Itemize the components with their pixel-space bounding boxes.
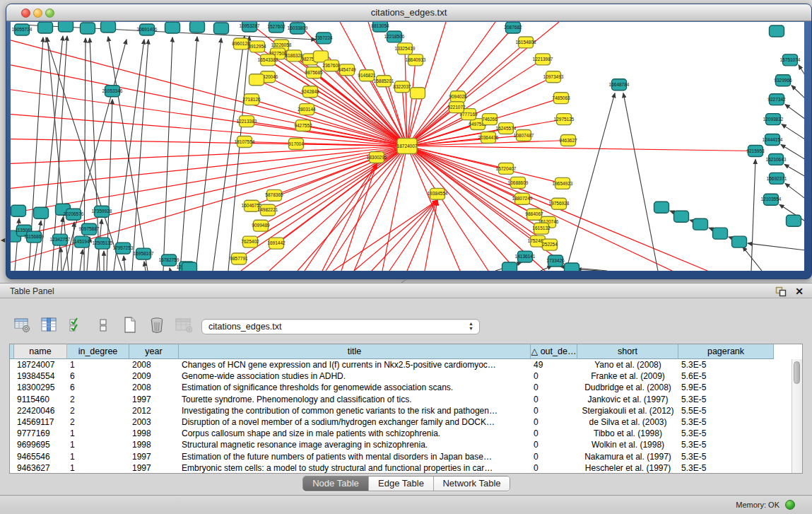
graph-node[interactable]	[674, 211, 689, 222]
table-selector-dropdown[interactable]: citations_edges.txt ▲▼	[201, 319, 480, 334]
cell-pagerank[interactable]: 5.9E-5	[678, 382, 774, 393]
column-header-title[interactable]: title	[179, 344, 531, 359]
cell-title[interactable]: Estimation of the future numbers of pati…	[179, 451, 531, 462]
cell-title[interactable]: Disruption of a novel member of a sodium…	[179, 416, 531, 428]
tab-edge-table[interactable]: Edge Table	[368, 477, 433, 491]
cell-out_degree[interactable]: 0	[531, 370, 577, 382]
cell-out_degree[interactable]: 0	[531, 405, 577, 416]
cell-in_degree[interactable]: 2	[67, 416, 129, 428]
table-row[interactable]: 1872400712008Changes of HCN gene express…	[10, 359, 802, 370]
cell-pagerank[interactable]: 5.3E-5	[678, 359, 774, 370]
cell-pagerank[interactable]: 5.3E-5	[678, 416, 774, 428]
column-header-year[interactable]: year	[129, 344, 179, 359]
table-row[interactable]: 946362711997Embryonic stem cells: a mode…	[10, 462, 802, 474]
column-header-pagerank[interactable]: pagerank	[678, 344, 774, 359]
cell-year[interactable]: 2008	[129, 359, 179, 370]
cell-name[interactable]: 19384554	[14, 370, 67, 382]
cell-title[interactable]: Corpus callosum shape and size in male p…	[179, 428, 531, 439]
cell-pagerank[interactable]: 5.3E-5	[678, 462, 774, 474]
cell-year[interactable]: 1998	[129, 428, 179, 439]
cell-in_degree[interactable]: 1	[67, 462, 129, 474]
cell-title[interactable]: Embryonic stem cells: a model to study s…	[179, 462, 531, 474]
cell-out_degree[interactable]: 0	[531, 394, 577, 405]
close-panel-icon[interactable]: ✕	[795, 285, 804, 298]
cell-out_degree[interactable]: 0	[531, 428, 577, 439]
cell-short[interactable]: Tibbo et al. (1998)	[577, 428, 678, 439]
cell-in_degree[interactable]: 6	[67, 382, 129, 393]
cell-name[interactable]: 9699695	[14, 439, 67, 450]
new-file-icon[interactable]	[122, 317, 139, 334]
cell-title[interactable]: Tourette syndrome. Phenomenology and cla…	[179, 394, 531, 405]
table-row[interactable]: 977716911998Corpus callosum shape and si…	[10, 428, 802, 439]
table-row[interactable]: 1456911722003Disruption of a novel membe…	[10, 416, 802, 428]
cell-short[interactable]: Franke et al. (2009)	[577, 370, 678, 382]
cell-in_degree[interactable]: 2	[67, 394, 129, 405]
row-checks-icon[interactable]	[68, 317, 85, 334]
cell-name[interactable]: 9463627	[14, 462, 67, 474]
cell-short[interactable]: Yano et al. (2008)	[577, 359, 678, 370]
float-panel-icon[interactable]	[775, 286, 787, 297]
graph-node[interactable]	[249, 74, 264, 86]
table-row[interactable]: 1938455462009Genome-wide association stu…	[10, 370, 802, 382]
cell-pagerank[interactable]: 5.3E-5	[678, 394, 774, 405]
cell-short[interactable]: Jankovic et al. (1997)	[577, 394, 678, 405]
cell-pagerank[interactable]: 5.3E-5	[678, 439, 774, 450]
window-titlebar[interactable]: citations_edges.txt	[6, 4, 811, 21]
cell-title[interactable]: Changes of HCN gene expression and I(f) …	[179, 359, 531, 370]
cell-short[interactable]: Dudbridge et al. (2008)	[577, 382, 678, 393]
column-header-out_degree[interactable]: △ out_de…	[531, 344, 577, 359]
graph-node[interactable]	[770, 25, 784, 37]
cell-short[interactable]: Wolkin et al. (1998)	[577, 439, 678, 450]
cell-short[interactable]: Nakamura et al. (1997)	[577, 451, 678, 462]
cell-pagerank[interactable]: 5.3E-5	[678, 451, 774, 462]
cell-year[interactable]: 1997	[129, 462, 179, 474]
tab-node-table[interactable]: Node Table	[303, 477, 368, 491]
cell-title[interactable]: Genome-wide association studies in ADHD.	[179, 370, 531, 382]
graph-node[interactable]	[502, 262, 517, 271]
table-settings-icon[interactable]	[14, 317, 31, 334]
cell-in_degree[interactable]: 2	[67, 405, 129, 416]
graph-node[interactable]	[654, 201, 669, 213]
cell-name[interactable]: 22420046	[14, 405, 67, 416]
cell-year[interactable]: 2008	[129, 382, 179, 393]
cell-in_degree[interactable]: 6	[67, 370, 129, 382]
table-row[interactable]: 911546021997Tourette syndrome. Phenomeno…	[10, 394, 802, 405]
cell-pagerank[interactable]: 5.3E-5	[678, 428, 774, 439]
cell-year[interactable]: 1997	[129, 394, 179, 405]
cell-short[interactable]: Stergiakouli et al. (2012)	[577, 405, 678, 416]
cell-in_degree[interactable]: 1	[67, 451, 129, 462]
cell-year[interactable]: 2012	[129, 405, 179, 416]
graph-node[interactable]	[732, 236, 747, 247]
table-row[interactable]: 2242004622012Investigating the contribut…	[10, 405, 802, 416]
cell-out_degree[interactable]: 0	[531, 439, 577, 450]
graph-node[interactable]	[38, 22, 53, 33]
cell-short[interactable]: de Silva et al. (2003)	[577, 416, 678, 428]
graph-node[interactable]	[81, 23, 95, 34]
cell-out_degree[interactable]: 0	[531, 416, 577, 428]
cell-in_degree[interactable]: 1	[67, 439, 129, 450]
cell-out_degree[interactable]: 0	[531, 382, 577, 393]
cell-year[interactable]: 1997	[129, 451, 179, 462]
graph-node[interactable]	[101, 22, 116, 33]
cell-year[interactable]: 2003	[129, 416, 179, 428]
graph-node[interactable]	[565, 263, 579, 271]
delete-table-icon[interactable]	[175, 317, 192, 334]
cell-pagerank[interactable]: 5.6E-5	[678, 370, 774, 382]
cell-out_degree[interactable]: 49	[531, 359, 577, 370]
table-row[interactable]: 946554611997Estimation of the future num…	[10, 451, 802, 462]
table-vertical-scrollbar[interactable]	[792, 359, 802, 473]
column-header-short[interactable]: short	[577, 344, 678, 359]
rows-icon[interactable]	[95, 317, 112, 334]
tab-network-table[interactable]: Network Table	[433, 477, 510, 491]
graph-node[interactable]	[214, 23, 229, 34]
table-row[interactable]: 1830029562008Estimation of significance …	[10, 382, 802, 393]
graph-node[interactable]	[713, 228, 728, 239]
network-canvas[interactable]: 1872400718300295193845548960128891295413…	[11, 22, 804, 271]
cell-pagerank[interactable]: 5.5E-5	[678, 405, 774, 416]
column-header-in_degree[interactable]: in_degree	[67, 344, 129, 359]
cell-short[interactable]: Hescheler et al. (1997)	[577, 462, 678, 474]
scrollbar-thumb[interactable]	[794, 361, 800, 384]
column-select-icon[interactable]	[41, 317, 58, 334]
cell-title[interactable]: Investigating the contribution of common…	[179, 405, 531, 416]
graph-node[interactable]	[59, 22, 73, 32]
